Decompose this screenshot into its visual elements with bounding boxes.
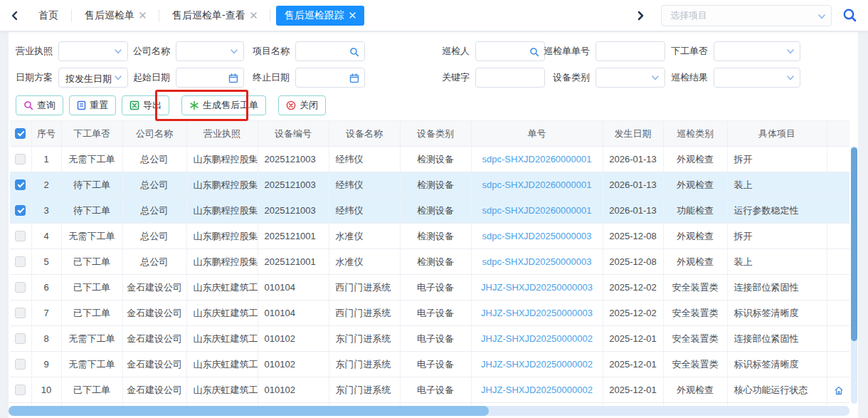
cell-device-name: 西门门进系统 bbox=[329, 301, 400, 326]
data-table: 序号下工单否公司名称营业执照设备编号设备名称设备类别单号发生日期巡检类别具体项目… bbox=[10, 120, 850, 406]
order-no-link[interactable]: JHJZ-SHXJD20250000002 bbox=[481, 385, 593, 395]
column-header-work-order-status: 下工单否 bbox=[61, 121, 122, 147]
start-date-input[interactable] bbox=[176, 68, 244, 88]
row-checkbox[interactable] bbox=[15, 256, 26, 267]
row-checkbox[interactable] bbox=[15, 282, 26, 293]
cell-specific-item: 运行参数稳定性 bbox=[727, 198, 827, 224]
chevron-down-icon bbox=[786, 47, 795, 56]
row-checkbox[interactable] bbox=[15, 179, 26, 190]
row-checkbox[interactable] bbox=[15, 205, 26, 216]
button-label: 导出 bbox=[143, 99, 162, 112]
cell-company-name: 金石建设公司 bbox=[122, 326, 186, 352]
order-no-link[interactable]: sdpc-SHXJD20250000003 bbox=[482, 231, 592, 241]
column-header-inspection-type: 巡检类别 bbox=[663, 121, 727, 147]
tab-close-icon[interactable] bbox=[139, 12, 146, 19]
tab-divider bbox=[159, 9, 159, 22]
row-checkbox[interactable] bbox=[15, 308, 26, 318]
row-checkbox[interactable] bbox=[15, 385, 26, 395]
order-no-link[interactable]: JHJZ-SHXJD20250000002 bbox=[481, 333, 593, 344]
cell-overflow bbox=[827, 377, 850, 403]
business-license-select[interactable] bbox=[58, 41, 128, 61]
filter-label-company-name: 公司名称 bbox=[128, 45, 170, 58]
order-no-link[interactable]: JHJZ-SHXJD20250000002 bbox=[481, 359, 593, 370]
tab-bar: 首页售后巡检单售后巡检单-查看售后巡检跟踪 bbox=[0, 0, 868, 31]
table-row: 3待下工单总公司山东鹏程控股集团有2025121003经纬仪检测设备sdpc-S… bbox=[10, 198, 850, 224]
cell-device-name: 东门门进系统 bbox=[329, 326, 400, 352]
inspection-order-no-input[interactable] bbox=[596, 41, 665, 61]
end-date-input[interactable] bbox=[295, 68, 365, 88]
cell-device-name: 西门门进系统 bbox=[329, 275, 400, 301]
cell-device-name: 经纬仪 bbox=[329, 147, 400, 172]
cell-inspection-type: 外观检查 bbox=[663, 377, 727, 403]
project-select-input[interactable] bbox=[661, 5, 832, 26]
cell-specific-item: 拆开 bbox=[727, 147, 827, 172]
generate-work-order-button[interactable]: 生成售后工单 bbox=[181, 95, 266, 115]
cell-specific-item: 标识标签清晰度 bbox=[727, 301, 827, 326]
order-no-link[interactable]: JHJZ-SHXJD20250000003 bbox=[481, 282, 593, 293]
cell-seq: 10 bbox=[31, 377, 61, 403]
cell-specific-item: 拆开 bbox=[727, 224, 827, 249]
project-name-input[interactable] bbox=[295, 41, 365, 61]
device-type-select[interactable] bbox=[596, 68, 665, 88]
cell-work-order-status: 无需下工单 bbox=[61, 326, 122, 352]
cell-work-order-status: 无需下工单 bbox=[61, 224, 122, 249]
cell-device-name: 水准仪 bbox=[329, 249, 400, 275]
cell-business-license: 山东鹏程控股集团有 bbox=[186, 249, 258, 275]
tab-item-3[interactable]: 售后巡检跟踪 bbox=[276, 6, 364, 26]
tabs-back-icon[interactable] bbox=[10, 11, 20, 21]
attachment-house-icon[interactable] bbox=[834, 386, 844, 395]
cell-business-license: 山东庆虹建筑工程有 bbox=[186, 301, 258, 326]
cell-order-no: sdpc-SHXJD20260000001 bbox=[471, 172, 603, 198]
row-checkbox[interactable] bbox=[15, 231, 26, 241]
filter-group-project-name: 项目名称 bbox=[249, 41, 365, 61]
project-select[interactable] bbox=[661, 5, 832, 26]
export-button[interactable]: 导出 bbox=[122, 95, 169, 115]
close-button[interactable]: 关闭 bbox=[278, 95, 326, 115]
filter-label-device-type: 设备类别 bbox=[531, 71, 590, 84]
cell-occur-date: 2026-01-13 bbox=[603, 147, 663, 172]
chevron-down-icon bbox=[230, 47, 238, 56]
row-checkbox[interactable] bbox=[15, 154, 26, 164]
filter-group-inspection-order-no: 巡检单单号 bbox=[531, 41, 665, 61]
tab-close-icon[interactable] bbox=[349, 12, 356, 19]
horizontal-scrollbar[interactable] bbox=[9, 406, 850, 416]
table-row: 1无需下工单总公司山东鹏程控股集团有2025121003经纬仪检测设备sdpc-… bbox=[10, 147, 850, 172]
cell-specific-item: 装上 bbox=[727, 249, 827, 275]
order-no-link[interactable]: JHJZ-SHXJD20250000003 bbox=[481, 308, 593, 318]
cell-specific-item: 连接部位紧固性 bbox=[727, 275, 827, 301]
order-no-link[interactable]: sdpc-SHXJD20260000001 bbox=[482, 154, 592, 164]
table-row: 6已下工单金石建设公司山东庆虹建筑工程有010104西门门进系统电子设备JHJZ… bbox=[10, 275, 850, 301]
order-no-link[interactable]: sdpc-SHXJD20260000001 bbox=[482, 179, 592, 190]
tab-item-2[interactable]: 售后巡检单-查看 bbox=[165, 6, 264, 26]
cell-occur-date: 2025-12-02 bbox=[603, 275, 663, 301]
row-checkbox[interactable] bbox=[15, 359, 26, 370]
table-row: 2待下工单总公司山东鹏程控股集团有2025121003经纬仪检测设备sdpc-S… bbox=[10, 172, 850, 198]
vertical-scrollbar[interactable] bbox=[851, 146, 857, 404]
order-no-link[interactable]: sdpc-SHXJD20260000001 bbox=[482, 205, 592, 216]
cell-device-type: 电子设备 bbox=[400, 352, 471, 377]
tab-list: 首页售后巡检单售后巡检单-查看售后巡检跟踪 bbox=[31, 6, 364, 26]
tab-item-1[interactable]: 售后巡检单 bbox=[78, 6, 153, 26]
tab-home[interactable]: 首页 bbox=[31, 6, 65, 26]
horizontal-scrollbar-thumb[interactable] bbox=[9, 406, 489, 416]
query-button[interactable]: 查询 bbox=[16, 95, 63, 115]
inspection-result-select[interactable] bbox=[714, 68, 800, 88]
tab-close-icon[interactable] bbox=[250, 12, 257, 19]
cell-device-name: 水准仪 bbox=[329, 224, 400, 249]
global-search-icon[interactable] bbox=[842, 7, 858, 23]
row-checkbox[interactable] bbox=[15, 333, 26, 344]
reset-button[interactable]: 重置 bbox=[69, 95, 116, 115]
cell-overflow bbox=[827, 198, 850, 224]
company-name-select[interactable] bbox=[176, 41, 244, 61]
cell-work-order-status: 已下工单 bbox=[61, 377, 122, 403]
toolbar: 查询重置导出生成售后工单关闭 bbox=[16, 95, 326, 115]
order-no-link[interactable]: sdpc-SHXJD20250000003 bbox=[482, 256, 592, 267]
work-order-flag-select[interactable] bbox=[714, 41, 800, 61]
cell-company-name: 总公司 bbox=[122, 172, 186, 198]
tabs-forward-icon[interactable] bbox=[635, 11, 645, 21]
cell-order-no: sdpc-SHXJD20250000003 bbox=[471, 224, 603, 249]
vertical-scrollbar-thumb[interactable] bbox=[851, 147, 857, 341]
filter-group-date-scheme: 日期方案按发生日期 bbox=[16, 68, 128, 88]
date-scheme-select[interactable]: 按发生日期 bbox=[58, 68, 128, 88]
select-all-checkbox[interactable] bbox=[15, 128, 26, 139]
